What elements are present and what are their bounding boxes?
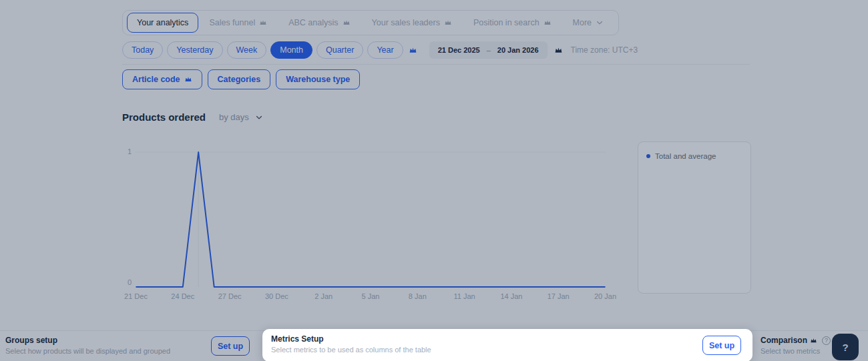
help-circle-icon[interactable]: ? (822, 336, 831, 345)
groups-setup-subtitle: Select how products will be displayed an… (5, 347, 170, 355)
y-axis-tick-min: 0 (121, 278, 132, 286)
chevron-down-icon (596, 19, 604, 27)
chart-svg (135, 151, 606, 291)
crown-icon (409, 46, 417, 55)
tab-label: Position in search (473, 18, 539, 27)
tab-abc-analysis[interactable]: ABC analysis (278, 10, 361, 35)
legend-item-total-and-average[interactable]: Total and average (646, 152, 742, 160)
tab-sales-funnel[interactable]: Sales funnel (198, 10, 278, 35)
comparison-subtitle: Select two metrics (761, 347, 831, 355)
tab-your-sales-leaders[interactable]: Your sales leaders (361, 10, 463, 35)
granularity-label: by days (219, 112, 249, 122)
metrics-setup-card: Metrics Setup Select metrics to be used … (262, 329, 752, 361)
comparison-block: Comparison ? Select two metrics (761, 336, 831, 355)
tab-position-in-search[interactable]: Position in search (463, 10, 562, 35)
date-range-separator: – (487, 46, 491, 54)
chart-header: Products ordered by days (122, 111, 263, 123)
crown-icon (554, 46, 563, 55)
bottom-setup-bar: Groups setup Select how products will be… (0, 330, 868, 361)
legend-dot-icon (646, 154, 650, 158)
groups-setup-button[interactable]: Set up (211, 336, 250, 356)
period-week-button[interactable]: Week (227, 41, 267, 59)
period-month-button[interactable]: Month (270, 41, 312, 59)
comparison-title: Comparison (761, 336, 807, 345)
tab-your-analytics[interactable]: Your analytics (127, 13, 198, 33)
x-axis-tick: 21 Dec (124, 292, 148, 300)
tab-more[interactable]: More (562, 10, 614, 35)
period-filter-row: Today Yesterday Week Month Quarter Year … (122, 41, 638, 59)
date-range-end: 20 Jan 2026 (497, 46, 539, 54)
chart-title: Products ordered (122, 111, 206, 123)
chart-legend-card: Total and average (638, 141, 751, 294)
metrics-setup-subtitle: Select metrics to be used as columns of … (271, 346, 431, 354)
crown-icon (259, 19, 267, 27)
y-axis-tick-max: 1 (121, 147, 132, 155)
x-axis-tick: 11 Jan (453, 292, 475, 300)
warehouse-type-filter-button[interactable]: Warehouse type (276, 69, 360, 89)
crown-icon (810, 337, 817, 344)
tab-label: More (573, 18, 592, 27)
x-axis-tick: 27 Dec (218, 292, 242, 300)
date-range-picker[interactable]: 21 Dec 2025 – 20 Jan 2026 (429, 41, 548, 59)
date-range-start: 21 Dec 2025 (438, 46, 480, 54)
legend-label: Total and average (655, 152, 716, 160)
help-button[interactable]: ? (832, 334, 859, 360)
granularity-dropdown[interactable]: by days (219, 112, 263, 122)
dimension-filter-row: Article code Categories Warehouse type (122, 69, 360, 89)
x-axis-tick: 14 Jan (500, 292, 522, 300)
chevron-down-icon (255, 113, 263, 121)
metrics-setup-block: Metrics Setup Select metrics to be used … (271, 334, 431, 354)
series-line (136, 152, 606, 287)
tab-label: Your analytics (137, 18, 188, 27)
analytics-tabbar: Your analytics Sales funnel ABC analysis… (122, 10, 619, 35)
tab-label: Sales funnel (209, 18, 255, 27)
tab-label: ABC analysis (288, 18, 338, 27)
products-ordered-chart (135, 151, 606, 291)
x-axis-tick: 20 Jan (594, 292, 616, 300)
metrics-setup-button[interactable]: Set up (702, 336, 741, 355)
groups-setup-block: Groups setup Select how products will be… (5, 336, 170, 355)
period-yesterday-button[interactable]: Yesterday (167, 41, 222, 59)
crown-icon (544, 19, 552, 27)
metrics-setup-title: Metrics Setup (271, 334, 431, 344)
article-code-filter-button[interactable]: Article code (122, 69, 202, 89)
period-year-button[interactable]: Year (367, 41, 403, 59)
x-axis: 21 Dec24 Dec27 Dec30 Dec2 Jan5 Jan8 Jan1… (135, 292, 606, 302)
x-axis-tick: 8 Jan (409, 292, 427, 300)
period-quarter-button[interactable]: Quarter (316, 41, 363, 59)
x-axis-tick: 5 Jan (362, 292, 380, 300)
groups-setup-title: Groups setup (5, 336, 170, 345)
filter-button-label: Article code (132, 75, 180, 84)
x-axis-tick: 17 Jan (548, 292, 570, 300)
x-axis-tick: 2 Jan (314, 292, 333, 300)
tab-label: Your sales leaders (372, 18, 440, 27)
timezone-label: Time zone: UTC+3 (571, 45, 638, 55)
period-today-button[interactable]: Today (122, 41, 163, 59)
filter-row-divider (122, 64, 750, 65)
categories-filter-button[interactable]: Categories (208, 69, 271, 89)
x-axis-tick: 30 Dec (265, 292, 288, 300)
filter-button-label: Categories (218, 75, 261, 84)
crown-icon (184, 75, 192, 83)
x-axis-tick: 24 Dec (171, 292, 194, 300)
crown-icon (343, 19, 351, 27)
filter-button-label: Warehouse type (286, 75, 350, 84)
crown-icon (444, 19, 452, 27)
